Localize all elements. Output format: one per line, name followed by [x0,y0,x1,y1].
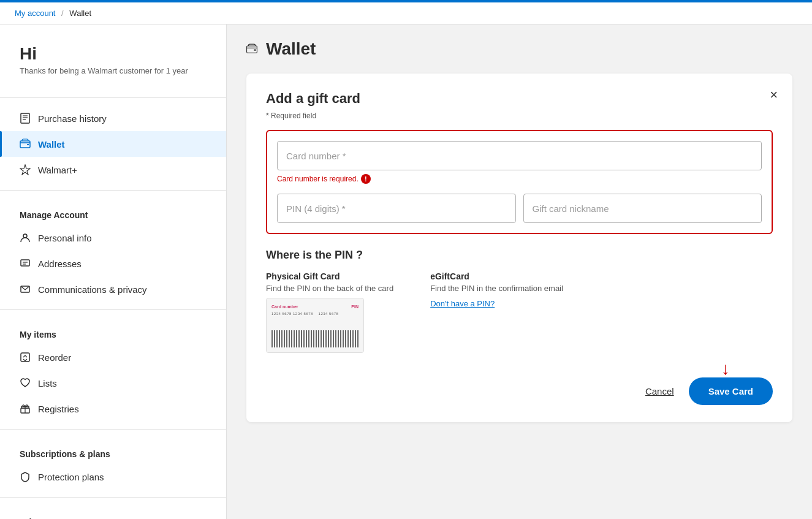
svg-rect-0 [21,113,29,123]
pin-nickname-row [277,194,762,223]
breadcrumb-current: Wallet [69,9,91,18]
cancel-button[interactable]: Cancel [645,386,674,396]
sidebar-item-communications[interactable]: Communications & privacy [0,276,226,302]
card-labels: Card number PIN [271,305,359,309]
close-button[interactable]: × [770,88,778,102]
sidebar-item-label: Addresses [38,259,82,269]
form-title: Add a gift card [266,91,773,107]
reorder-icon [20,352,31,363]
subscriptions-title: Subscriptions & plans [0,437,226,464]
svg-point-7 [23,234,27,238]
mail-icon [20,284,31,295]
sidebar-item-label: Reorder [38,352,71,363]
receipt-icon [20,113,31,124]
pin-columns: Physical Gift Card Find the PIN on the b… [266,271,773,353]
physical-card-desc: Find the PIN on the back of the card [266,284,393,293]
sidebar-item-wallet[interactable]: Wallet [0,131,226,157]
error-icon: ! [361,174,371,184]
divider-5 [0,497,226,498]
error-message: Card number is required. ! [277,174,762,184]
svg-rect-16 [254,50,256,51]
main-content: Wallet × Add a gift card * Required fiel… [227,25,812,519]
manage-account-title: Manage Account [0,198,226,225]
sidebar-item-label: Communications & privacy [38,284,147,295]
nickname-input[interactable] [523,194,762,223]
where-pin-section: Where is the PIN ? Physical Gift Card Fi… [266,249,773,353]
layout: Hi Thanks for being a Walmart customer f… [0,25,812,519]
sidebar-item-purchase-history[interactable]: Purchase history [0,105,226,131]
required-note: * Required field [266,112,773,120]
page-header: Wallet [246,39,792,59]
pin-label: PIN [351,305,359,309]
location-icon [20,258,31,269]
breadcrumb-separator: / [61,9,64,18]
divider-3 [0,309,226,310]
heart-icon [20,377,31,388]
sidebar-item-registries[interactable]: Registries [0,396,226,422]
add-gift-card-panel: × Add a gift card * Required field Card … [246,74,792,422]
wallet-icon [20,138,31,150]
egift-label: eGiftCard [430,271,563,281]
card-numbers: 1234 5678 1234 5678 1234 5678 [271,312,359,316]
card-number-input[interactable] [277,141,762,170]
greeting-subtitle: Thanks for being a Walmart customer for … [20,66,207,75]
sidebar-item-label: Wallet [38,139,65,150]
sidebar-item-label: Personal info [38,233,92,243]
sidebar-greeting: Hi Thanks for being a Walmart customer f… [0,44,226,90]
spark-icon [20,164,31,175]
sidebar: Hi Thanks for being a Walmart customer f… [0,25,227,519]
dont-have-pin-button[interactable]: Don't have a PIN? [430,299,495,308]
sidebar-item-label: Lists [38,378,57,388]
breadcrumb: My account / Wallet [0,2,812,25]
sidebar-item-label: Protection plans [38,472,104,482]
form-error-box: Card number is required. ! [266,130,773,234]
divider-4 [0,429,226,430]
arrow-indicator: ↓ [721,359,730,379]
card-footer: Cancel ↓ Save Card [266,377,773,405]
gift-card-image: Card number PIN 1234 5678 1234 5678 1234… [266,298,364,353]
breadcrumb-parent[interactable]: My account [15,9,55,18]
wallet-page-icon [246,44,257,55]
sidebar-item-label: Walmart+ [38,165,77,175]
card-barcode [271,330,359,347]
where-pin-title: Where is the PIN ? [266,249,773,262]
gift-icon [20,403,31,414]
sidebar-item-personal-info[interactable]: Personal info [0,225,226,251]
svg-marker-6 [20,165,30,175]
egift-desc: Find the PIN in the confirmation email [430,284,563,293]
sidebar-item-addresses[interactable]: Addresses [0,251,226,276]
shield-icon [20,471,31,482]
other-accounts-title: Other Accounts [0,505,226,519]
sidebar-item-walmart-plus[interactable]: Walmart+ [0,157,226,183]
error-text: Card number is required. [277,175,359,183]
sidebar-item-label: Registries [38,404,79,414]
sidebar-item-reorder[interactable]: Reorder [0,344,226,370]
egift-col: eGiftCard Find the PIN in the confirmati… [430,271,563,353]
person-icon [20,232,31,243]
divider-2 [0,190,226,191]
save-card-button[interactable]: Save Card [689,377,773,405]
svg-rect-8 [21,260,29,266]
svg-rect-5 [27,144,29,145]
svg-rect-12 [21,353,29,362]
physical-card-label: Physical Gift Card [266,271,393,281]
page-title: Wallet [266,39,316,59]
sidebar-item-label: Purchase history [38,113,107,124]
sidebar-item-lists[interactable]: Lists [0,370,226,396]
card-number-label: Card number [271,305,298,309]
physical-card-col: Physical Gift Card Find the PIN on the b… [266,271,393,353]
sidebar-item-protection-plans[interactable]: Protection plans [0,464,226,490]
greeting-hi: Hi [20,44,207,64]
pin-input[interactable] [277,194,516,223]
my-items-title: My items [0,317,226,344]
divider-1 [0,97,226,98]
